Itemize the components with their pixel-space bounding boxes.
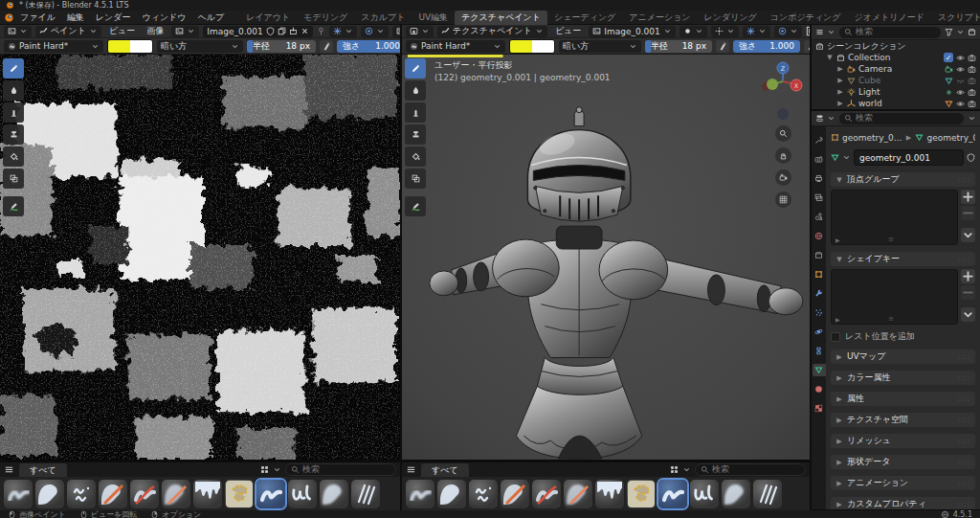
outliner-row[interactable]: ▶Camera: [812, 63, 980, 75]
remove-item-button[interactable]: [961, 206, 975, 220]
fake-user-icon[interactable]: [967, 153, 975, 162]
paint-brush-tool-button[interactable]: [405, 58, 426, 79]
brush-tile[interactable]: [4, 480, 33, 508]
workspace-tab[interactable]: レイアウト: [239, 11, 297, 25]
workspace-tab[interactable]: UV編集: [412, 11, 455, 25]
brush-tile[interactable]: [406, 480, 434, 508]
filter-icon[interactable]: [945, 28, 953, 36]
brush-tile[interactable]: [564, 480, 592, 508]
shelf-menu-icon[interactable]: [4, 464, 14, 475]
menu-item[interactable]: 編集: [61, 12, 90, 22]
copy-image-icon[interactable]: [278, 27, 286, 35]
toggle-ortho-button[interactable]: [775, 191, 791, 208]
brush-selector[interactable]: Paint Hard*: [406, 40, 505, 53]
menu-item[interactable]: レンダー: [90, 12, 137, 22]
axis-gizmo[interactable]: Z X: [762, 60, 804, 102]
outliner-row[interactable]: ▼Collection✓: [812, 52, 980, 63]
brush-tile[interactable]: [658, 480, 687, 508]
list-specials-button[interactable]: [961, 228, 975, 242]
brush-tile[interactable]: [256, 480, 285, 508]
brush-selector[interactable]: Paint Hard*: [4, 40, 103, 53]
texture-slot-dropdown[interactable]: [679, 26, 707, 37]
outliner-display-mode-icon[interactable]: [815, 28, 824, 36]
properties-tab-particles[interactable]: [813, 306, 826, 319]
zoom-button[interactable]: [775, 125, 791, 142]
properties-tab-render[interactable]: [813, 153, 826, 166]
brush-tile[interactable]: [501, 480, 529, 508]
panel-header[interactable]: ▶テクスチャ空間::::: [831, 413, 975, 427]
orbit-dot[interactable]: [777, 108, 789, 120]
menu-view[interactable]: ビュー: [105, 25, 139, 37]
painted-texture-canvas[interactable]: [0, 55, 400, 462]
soften-tool-button[interactable]: [3, 80, 24, 101]
brush-tile[interactable]: [595, 480, 624, 508]
list-grip-icon[interactable]: ≡: [888, 236, 894, 243]
primary-color-swatch[interactable]: [108, 40, 130, 53]
drag-grip-icon[interactable]: ::::: [958, 438, 970, 445]
annotate-tool-button[interactable]: [405, 196, 426, 216]
workspace-tab[interactable]: アニメーション: [622, 11, 697, 25]
secondary-color-swatch[interactable]: [130, 40, 152, 53]
camera-view-button[interactable]: [775, 169, 791, 186]
panel-header[interactable]: ▶カラー属性::::: [831, 371, 975, 385]
shelf-search-input[interactable]: 検索: [695, 463, 806, 476]
menu-image[interactable]: 画像: [143, 25, 167, 37]
brush-tile[interactable]: [722, 480, 750, 508]
annotate-tool-button[interactable]: [3, 196, 24, 216]
properties-tab-data[interactable]: [813, 364, 826, 376]
mask-tool-button[interactable]: [405, 169, 426, 189]
smear-tool-button[interactable]: [405, 102, 426, 123]
drag-grip-icon[interactable]: ::::: [958, 395, 970, 403]
empty-list-box[interactable]: ▶≡: [831, 269, 958, 325]
drag-grip-icon[interactable]: ::::: [958, 353, 970, 361]
drag-grip-icon[interactable]: ::::: [958, 176, 970, 184]
new-collection-icon[interactable]: [968, 28, 976, 36]
mode-dropdown[interactable]: テクスチャペイント: [437, 26, 547, 37]
clone-tool-button[interactable]: [3, 124, 24, 145]
blender-menu-icon[interactable]: [4, 12, 14, 23]
soften-tool-button[interactable]: [405, 80, 426, 101]
panel-header[interactable]: ▼シェイプキー::::: [831, 252, 975, 266]
expand-arrow-icon[interactable]: ▶: [836, 88, 844, 96]
brush-tile[interactable]: [753, 480, 782, 508]
drag-grip-icon[interactable]: ::::: [958, 256, 970, 263]
unlink-image-icon[interactable]: [301, 27, 309, 35]
render-visibility-icon[interactable]: [968, 88, 976, 97]
outliner-row[interactable]: ▶Cube: [812, 75, 980, 86]
brush-tile[interactable]: [67, 480, 96, 508]
workspace-tab[interactable]: ジオメトリノード: [848, 11, 931, 25]
properties-tab-view-layer[interactable]: [813, 191, 826, 204]
visibility-eye-icon[interactable]: [956, 100, 965, 108]
paint-brush-tool-button[interactable]: [3, 58, 24, 79]
brush-tile[interactable]: [130, 480, 159, 508]
add-item-button[interactable]: [961, 269, 975, 283]
properties-tab-constraints[interactable]: [813, 345, 826, 357]
brush-tile[interactable]: [193, 480, 222, 508]
brush-tile[interactable]: [437, 480, 466, 508]
editor-type-button[interactable]: [406, 26, 434, 37]
display-mode-icon[interactable]: [670, 465, 679, 474]
list-resize-icon[interactable]: ▶: [835, 316, 840, 323]
properties-tab-material[interactable]: [813, 383, 826, 395]
fill-tool-button[interactable]: [405, 146, 426, 167]
clone-tool-button[interactable]: [405, 124, 426, 145]
properties-editor-icon[interactable]: [815, 114, 824, 123]
render-visibility-icon[interactable]: [968, 100, 976, 108]
properties-tab-scene[interactable]: [813, 211, 826, 223]
remove-item-button[interactable]: [961, 285, 975, 300]
expand-arrow-icon[interactable]: ▶: [836, 100, 844, 107]
brush-tile[interactable]: [627, 480, 656, 508]
shelf-tab-all[interactable]: すべて: [421, 463, 469, 477]
expand-arrow-icon[interactable]: ▶: [836, 65, 844, 73]
workspace-tab[interactable]: レンダリング: [698, 11, 764, 25]
add-item-button[interactable]: [961, 190, 975, 204]
shelf-menu-icon[interactable]: [406, 464, 416, 475]
drag-grip-icon[interactable]: ::::: [958, 459, 970, 466]
brush-tile[interactable]: [99, 480, 127, 508]
shelf-tab-all[interactable]: すべて: [19, 463, 67, 477]
shelf-search-input[interactable]: 検索: [285, 463, 396, 476]
render-visibility-icon[interactable]: [968, 77, 976, 85]
pin-icon[interactable]: [317, 27, 325, 35]
visibility-eye-icon[interactable]: [956, 88, 965, 97]
drag-grip-icon[interactable]: ::::: [958, 374, 970, 382]
